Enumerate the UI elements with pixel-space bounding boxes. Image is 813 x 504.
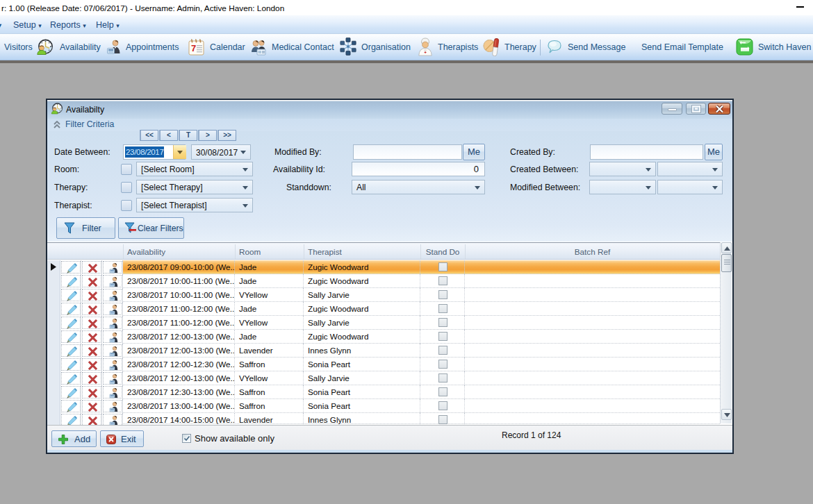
svg-text:7: 7 — [191, 43, 196, 53]
